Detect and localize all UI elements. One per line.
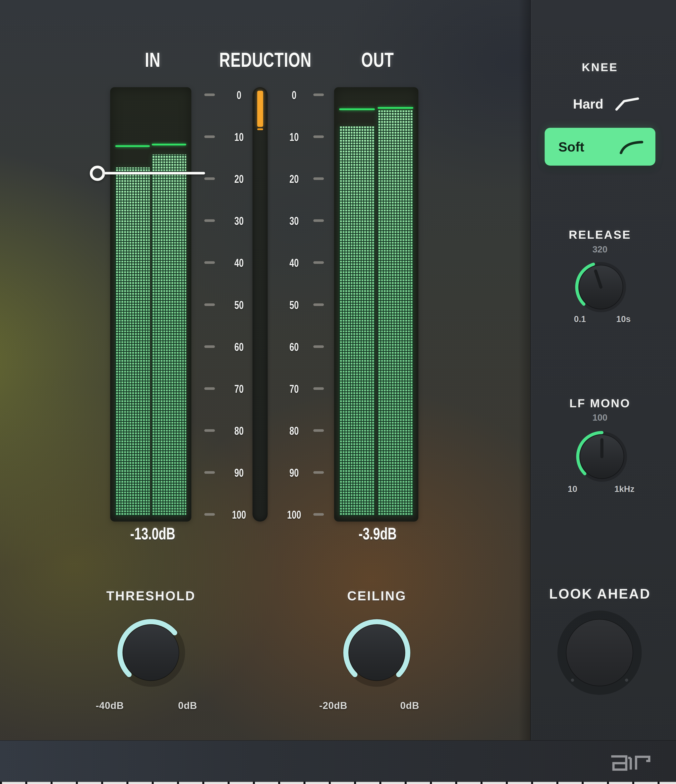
lf-mono-knob[interactable]	[575, 429, 629, 484]
out-meter-peak-left	[339, 108, 375, 110]
release-min-label: 0.1	[574, 314, 586, 324]
scale-tick	[204, 135, 215, 138]
air-logo-icon	[608, 753, 657, 772]
scale-tick	[313, 345, 324, 348]
knee-soft-button[interactable]: Soft	[545, 128, 656, 166]
scale-tick	[204, 429, 215, 432]
release-knob[interactable]	[573, 260, 628, 314]
threshold-label: THRESHOLD	[106, 588, 196, 603]
scale-number: 50	[288, 298, 301, 311]
scale-number: 60	[233, 340, 246, 353]
scale-tick	[313, 387, 324, 390]
threshold-handle[interactable]	[90, 166, 105, 181]
scale-tick	[313, 261, 324, 264]
scale-tick	[204, 471, 215, 474]
knee-label: KNEE	[582, 61, 618, 74]
threshold-handle-line[interactable]	[104, 172, 205, 174]
scale-number: 80	[233, 424, 246, 437]
out-peak-readout: -3.9dB	[352, 524, 403, 543]
release-value: 320	[592, 244, 607, 255]
panel-divider-shadow	[519, 0, 530, 784]
out-meter-bar-right	[378, 110, 413, 516]
scale-tick	[313, 93, 324, 96]
release-label: RELEASE	[569, 228, 631, 241]
scale-number: 20	[288, 172, 301, 185]
in-meter-bar-right	[152, 154, 186, 516]
scale-number: 20	[233, 172, 246, 185]
scale-number: 0	[236, 89, 242, 101]
release-max-label: 10s	[616, 314, 631, 324]
scale-tick	[313, 135, 324, 138]
scale-tick	[313, 429, 324, 432]
scale-number: 0	[291, 89, 297, 101]
scale-tick	[204, 345, 215, 348]
scale-tick	[204, 177, 215, 180]
scale-number: 100	[230, 508, 249, 521]
scale-number: 100	[285, 508, 304, 521]
scale-tick	[313, 303, 324, 306]
scale-number: 10	[233, 130, 246, 143]
knee-hard-button[interactable]: Hard	[573, 96, 603, 112]
scale-number: 80	[288, 424, 301, 437]
knee-soft-label: Soft	[558, 139, 584, 154]
in-meter-peak-right	[152, 144, 186, 145]
reduction-meter-track	[252, 87, 268, 521]
out-meter-peak-right	[378, 107, 413, 109]
scale-number: 50	[233, 298, 246, 311]
lf-mono-label: LF MONO	[569, 397, 631, 410]
scale-tick	[313, 471, 324, 474]
in-meter-peak-left	[115, 145, 150, 147]
scale-tick	[204, 513, 215, 516]
threshold-max-label: 0dB	[178, 700, 197, 711]
scale-number: 60	[288, 340, 301, 353]
scale-tick	[313, 513, 324, 516]
scale-tick	[204, 303, 215, 306]
in-meter-bar-left	[115, 167, 150, 516]
scale-number: 70	[233, 382, 246, 395]
scale-number: 40	[233, 256, 246, 269]
ceiling-min-label: -20dB	[319, 700, 347, 711]
in-meter-panel	[110, 87, 192, 521]
lf-mono-value: 100	[592, 412, 607, 423]
in-peak-readout: -13.0dB	[122, 524, 183, 543]
keyboard-strip	[0, 782, 676, 784]
scale-number: 30	[233, 214, 246, 227]
scale-number: 30	[288, 214, 301, 227]
scale-number: 90	[288, 466, 301, 479]
lf-mono-max-label: 1kHz	[614, 484, 635, 494]
reduction-meter-title: REDUCTION	[203, 48, 328, 72]
threshold-min-label: -40dB	[96, 700, 124, 711]
scale-number: 10	[288, 130, 301, 143]
ceiling-label: CEILING	[347, 588, 407, 603]
look-ahead-knob[interactable]	[555, 608, 645, 698]
scale-number: 90	[233, 466, 246, 479]
threshold-knob[interactable]	[112, 613, 190, 692]
lf-mono-min-label: 10	[568, 484, 577, 494]
hard-knee-icon[interactable]	[615, 96, 639, 111]
scale-tick	[204, 93, 215, 96]
footer-bar: MAXIMIZER	[0, 740, 676, 782]
out-meter-bar-left	[339, 126, 375, 516]
scale-tick	[204, 219, 215, 222]
scale-tick	[204, 261, 215, 264]
scale-number: 70	[288, 382, 301, 395]
scale-number: 40	[288, 256, 301, 269]
scale-tick	[204, 387, 215, 390]
scale-tick	[313, 219, 324, 222]
look-ahead-label: LOOK AHEAD	[549, 586, 651, 602]
ceiling-knob[interactable]	[338, 613, 416, 692]
soft-knee-icon	[619, 140, 643, 154]
out-meter-panel	[334, 87, 418, 521]
ceiling-max-label: 0dB	[400, 700, 419, 711]
in-meter-title: IN	[142, 48, 163, 72]
out-meter-title: OUT	[355, 48, 400, 72]
maximizer-plugin-window: IN REDUCTION OUT 0102030405060708090100 …	[0, 0, 676, 784]
scale-tick	[313, 177, 324, 180]
